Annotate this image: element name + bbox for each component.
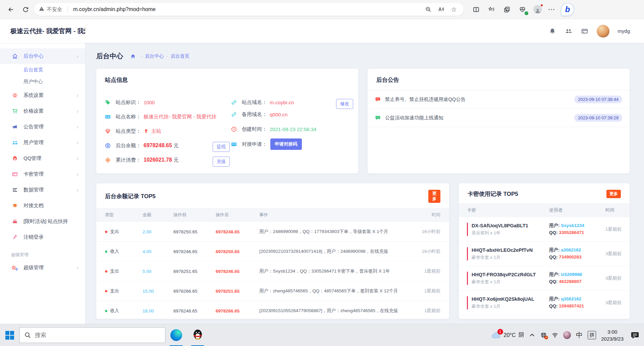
bing-chat-icon[interactable]: b [561,3,574,16]
browser-toolbar: 不安全 m.coybr.cn/admin.php?mod=home ☆ [0,0,644,19]
card-usage-title: 卡密使用记录 TOP5 [468,190,518,198]
favorites-bar-icon[interactable] [486,4,496,14]
sidebar-item-card-key-management[interactable]: 卡密管理 › [0,166,85,182]
breadcrumb-link-backend-home[interactable]: 后台首页 [171,53,190,59]
balance-more-button[interactable]: 更多 [428,190,440,203]
browser-essentials-icon[interactable]: ✓ [517,4,527,14]
link-icon [231,100,238,105]
taskbar-search-box[interactable] [19,327,165,343]
sidebar-item-qq-management[interactable]: QQ管理 › [0,151,85,166]
taskbar-weather[interactable]: 1 20°C 阴 [491,331,524,339]
qq-penguin-icon [11,156,18,161]
security-label: 不安全 [47,6,62,13]
sidebar-item-logout[interactable]: 注销登录 [0,229,85,245]
read-aloud-icon[interactable] [436,4,446,14]
announcement-time-badge: 2023-09-10 07:39:29 [574,114,622,122]
breadcrumb-link-backend-center[interactable]: 后台中心 [145,53,164,59]
split-screen-icon[interactable] [471,4,481,14]
megaphone-icon [11,124,18,130]
tray-app-avatar-icon[interactable] [563,331,571,339]
windows-logo-icon [5,331,14,340]
link-icon [231,112,238,117]
card-usage-table-header: 卡密 使用者 时间 [459,203,630,217]
taskbar-app-edge[interactable] [165,324,187,346]
sidebar-subitem-backend-home[interactable]: 后台首页 [0,64,85,76]
clock-date: 2023/9/23 [601,335,624,342]
url-text: m.coybr.cn/admin.php?mod=home [73,6,421,12]
announcement-item[interactable]: 公益活动加速功能上线通知 2023-09-10 07:39:29 [368,109,629,127]
favorite-star-icon[interactable]: ☆ [449,4,459,14]
profile-icon[interactable] [533,4,543,14]
notification-bell-icon[interactable] [548,27,556,35]
start-button[interactable] [0,324,19,346]
ime-pinyin-indicator[interactable]: 拼 [588,331,596,339]
sidebar-item-super-admin[interactable]: 超级管理 › [0,260,85,276]
browser-menu-icon[interactable]: ⋯ [548,5,555,13]
diamond-icon [105,128,112,134]
screen: 不安全 m.coybr.cn/admin.php?mod=home ☆ [0,0,644,346]
key-accent-bar [467,223,468,236]
ime-language-indicator[interactable]: 中 [576,331,583,340]
taskbar-app-qq[interactable] [187,324,208,346]
clock-icon [231,126,238,132]
sidebar-item-announcements[interactable]: 公告管理 › [0,119,85,135]
announcement-time-badge: 2023-09-10 07:38:44 [574,96,622,103]
edit-button[interactable]: 修改 [336,99,353,109]
domain-row: 站点域名： m.coybr.cn [231,98,316,106]
billing-card-icon[interactable] [581,27,589,35]
announcement-item[interactable]: 禁止养号、禁止挂机违规用途QQ公告 2023-09-10 07:38:44 [368,90,629,109]
api-request-row: 对接申请： 申请对接码 [231,140,316,148]
app-body: 后台中心 › 后台首页 用户中心 系统设置 › 价格设置 [0,43,644,324]
action-center-icon[interactable] [631,331,639,340]
chevron-right-icon: › [76,108,78,114]
breadcrumb-home-icon[interactable] [130,54,136,59]
sidebar-item-system-settings[interactable]: 系统设置 › [0,88,85,103]
back-button[interactable] [5,3,17,15]
card-key-icon [11,171,18,177]
tray-expand-chevron-icon[interactable] [529,332,535,338]
sidebar-item-price-settings[interactable]: 价格设置 › [0,103,85,119]
sidebar-item-site-support-event[interactable]: [限时活动] 站点扶持 [0,214,85,229]
balance-table-header: 类型 金额 操作前 操作后 事件 时间 [96,208,449,222]
withdraw-button[interactable]: 提现 [213,142,230,152]
expense-dot [105,270,107,273]
site-info-left-column: 站点标识： 1000 站点名称： 极速云代挂- 我爱官网 - 我爱代挂 [105,98,217,170]
key-accent-bar [467,272,468,285]
balance-log-title: 后台余额记录 TOP5 [105,192,156,200]
double-gear-icon [11,265,18,271]
chevron-right-icon: › [76,171,78,177]
page-title: 后台中心 [96,52,123,61]
users-group-icon[interactable] [565,27,573,35]
refresh-button[interactable] [19,3,32,15]
sidebar-item-data-management[interactable]: 数据管理 › [0,182,85,198]
site-id-row: 站点标识： 1000 [105,98,217,106]
site-info-card: 站点信息 站点标识： 1000 [96,69,358,173]
wifi-icon[interactable] [552,332,558,338]
user-avatar[interactable] [597,25,609,38]
taskbar-clock[interactable]: 3:00 2023/9/23 [601,328,624,342]
site-type-row: 站点类型： 主站 [105,127,217,135]
zoom-out-icon[interactable] [423,4,433,14]
recharge-button[interactable]: 充值 [213,157,230,167]
balance-table-row: 收入 4.00 6978246.65 6978250.65 [202309221… [96,242,449,262]
list-lines-icon [11,187,18,193]
security-shield-icon[interactable]: ✕ [540,332,547,338]
search-icon [24,332,31,338]
address-bar[interactable]: 不安全 m.coybr.cn/admin.php?mod=home ☆ [34,3,464,16]
sidebar-subitem-user-center[interactable]: 用户中心 [0,76,85,88]
card-usage-row: HHQT-abxHrLEOc2ePfTvN 豪华全套 x 1月 用户: a356… [459,242,630,266]
cart-icon [11,108,18,114]
sidebar-item-backend-center[interactable]: 后台中心 › [0,48,85,64]
domain-value: m.coybr.cn [270,100,294,105]
key-accent-bar [467,296,468,309]
clock-time: 3:00 [601,328,624,335]
sidebar-item-api-docs[interactable]: 对接文档 [0,198,85,214]
collections-icon[interactable] [502,4,512,14]
request-api-code-button[interactable]: 申请对接码 [270,138,302,150]
users-icon [11,140,18,146]
not-secure-warning-icon [39,6,44,13]
card-usage-more-button[interactable]: 更多 [606,190,621,198]
sidebar-item-user-management[interactable]: 用户管理 › [0,135,85,151]
search-input[interactable] [35,332,160,339]
site-name-row: 站点名称： 极速云代挂- 我爱官网 - 我爱代挂 [105,113,217,121]
